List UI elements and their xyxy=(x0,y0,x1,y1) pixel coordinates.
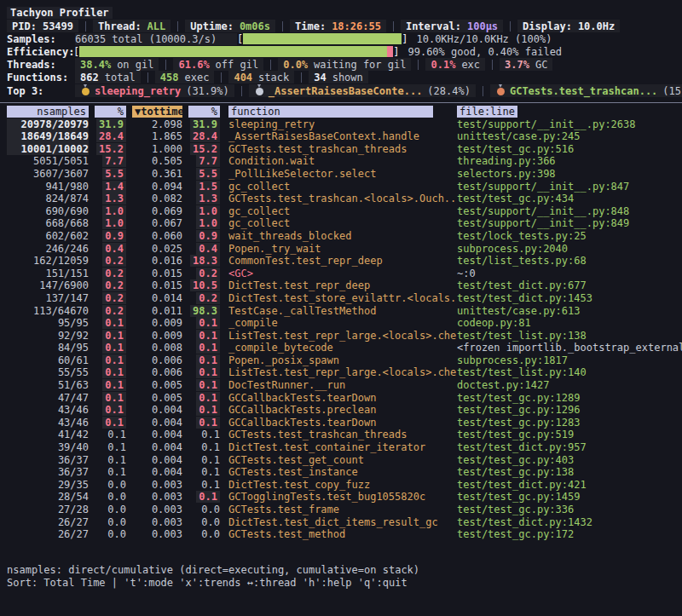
off-gil-value: 61.6% xyxy=(178,59,209,71)
table-row[interactable]: 941/9801.40.0941.5gc_collecttest/support… xyxy=(0,181,682,193)
file-line-cell: test/test_gc.py:1296 xyxy=(457,404,682,417)
nsamples-cell: 18649/18649 xyxy=(7,130,89,143)
table-row[interactable]: 29/350.00.0030.1DictTest.test_copy_fuzzt… xyxy=(0,479,682,492)
direct-pct-cell: 0.0 xyxy=(89,516,126,529)
direct-pct-cell: 0.9 xyxy=(89,230,126,243)
function-cell: _AssertRaisesBaseContext.handle xyxy=(220,130,457,143)
table-row[interactable]: 113/646700.20.01198.3TestCase._callTestM… xyxy=(0,305,682,318)
tottime-cell: 0.003 xyxy=(126,491,182,504)
top3-pct-2: (28.4%) xyxy=(427,85,471,97)
table-row[interactable]: 668/6681.00.0671.0gc_collecttest/support… xyxy=(0,217,682,230)
table-row[interactable]: 20978/2097931.92.09831.9sleeping_retryte… xyxy=(0,118,682,131)
tottime-cell: 0.004 xyxy=(126,466,182,479)
functions-stack-value: 404 xyxy=(234,72,252,83)
footer: nsamples: direct/cumulative (direct=exec… xyxy=(0,563,682,590)
pid-field: PID: 53499 xyxy=(7,20,78,32)
direct-pct-cell: 0.1 xyxy=(89,441,126,454)
function-cell: _compile xyxy=(220,317,457,330)
gc-label: GC xyxy=(535,59,547,71)
threads-label: Threads: xyxy=(7,59,75,71)
cumulative-pct-cell: 0.0 xyxy=(182,528,220,541)
file-line-cell: test/test_gc.py:172 xyxy=(457,528,682,541)
table-row[interactable]: 162/120590.20.01618.3CommonTest.test_rep… xyxy=(0,255,682,268)
function-cell: GCTests.test_trashcan.<locals>.Ouch.... xyxy=(220,193,457,205)
tottime-cell: 2.098 xyxy=(126,118,182,131)
tottime-cell: 0.004 xyxy=(126,417,182,429)
file-line-cell: test/support/__init__.py:847 xyxy=(457,181,682,193)
direct-pct-cell: 1.4 xyxy=(89,181,126,193)
gc-value: 3.7% xyxy=(505,59,529,71)
table-row[interactable]: 27/280.00.0030.0GCTests.test_frametest/t… xyxy=(0,504,682,516)
table-row[interactable]: 26/270.00.0030.0GCTests.test_methodtest/… xyxy=(0,528,682,541)
top3-item-3: GCTests.test_trashcan... (15.2%) xyxy=(490,84,682,97)
table-row[interactable]: 147/69000.20.01510.5DictTest.test_repr_d… xyxy=(0,279,682,292)
column-header-function[interactable]: function xyxy=(228,106,433,118)
divider xyxy=(221,72,222,83)
gold-medal-icon xyxy=(82,88,90,95)
tottime-cell: 0.003 xyxy=(126,528,182,541)
samples-row: Samples: 66035 total (10000.3/s) [ ] 10.… xyxy=(0,32,682,45)
functions-total-value: 862 xyxy=(80,72,99,83)
table-row[interactable]: 26/270.00.0030.0DictTest.test_dict_items… xyxy=(0,516,682,529)
thread-field[interactable]: Thread: ALL xyxy=(93,20,170,32)
table-row[interactable]: 60/610.10.0060.1Popen._posix_spawnsubpro… xyxy=(0,354,682,367)
tottime-cell: 0.014 xyxy=(126,292,182,305)
table-row[interactable]: 824/8741.30.0821.3GCTests.test_trashcan.… xyxy=(0,193,682,205)
top3-name-3: GCTests.test_trashcan... xyxy=(510,85,657,97)
column-header-nsamples[interactable]: nsamples xyxy=(7,106,89,118)
functions-row: Functions: 862 total 458 exec 404 stack … xyxy=(0,71,682,83)
table-row[interactable]: 43/460.10.0040.1GCCallbackTests.preclean… xyxy=(0,404,682,417)
column-header-direct-pct[interactable]: % xyxy=(95,106,126,118)
direct-pct-cell: 0.0 xyxy=(89,491,126,504)
direct-pct-cell: 0.1 xyxy=(89,317,126,330)
tottime-cell: 0.067 xyxy=(126,217,182,230)
table-row[interactable]: 10001/1000215.21.00015.2GCTests.test_tra… xyxy=(0,143,682,156)
nsamples-cell: 20978/20979 xyxy=(7,118,89,131)
table-row[interactable]: 602/6020.90.0600.9wait_threads_blockedte… xyxy=(0,230,682,243)
column-header-file-line[interactable]: file:line xyxy=(457,106,517,118)
table-row[interactable]: 39/400.10.0040.1DictTest.test_container_… xyxy=(0,441,682,454)
function-cell: ListTest.test_repr_large.<locals>.check xyxy=(220,366,457,379)
table-row[interactable]: 47/470.10.0050.1GCCallbackTests.tearDown… xyxy=(0,392,682,405)
file-line-cell: doctest.py:1427 xyxy=(457,379,682,392)
table-row[interactable]: 5051/50517.70.5057.7Condition.waitthread… xyxy=(0,155,682,168)
direct-pct-cell: 0.1 xyxy=(89,454,126,467)
functions-shown: 34 shown xyxy=(309,71,368,83)
table-row[interactable]: 51/630.10.0050.1DocTestRunner.__rundocte… xyxy=(0,379,682,392)
file-line-cell: test/list_tests.py:68 xyxy=(457,255,682,268)
table-row[interactable]: 246/2460.40.0250.4Popen._try_waitsubproc… xyxy=(0,243,682,256)
cumulative-pct-cell: 0.0 xyxy=(182,516,220,529)
table-row[interactable]: 151/1510.20.0150.2<GC>~:0 xyxy=(0,268,682,280)
cumulative-pct-cell: 0.1 xyxy=(182,404,220,417)
file-line-cell: unittest/case.py:245 xyxy=(457,130,682,143)
top3-item-1: sleeping_retry (31.9%) xyxy=(75,84,234,97)
tottime-cell: 0.015 xyxy=(126,268,182,280)
divider xyxy=(418,60,419,70)
file-line-cell: test/test_gc.py:1283 xyxy=(457,417,682,429)
table-row[interactable]: 43/460.10.0040.1GCCallbackTests.tearDown… xyxy=(0,417,682,429)
cumulative-pct-cell: 0.1 xyxy=(182,491,220,504)
tottime-cell: 0.003 xyxy=(126,516,182,529)
table-row[interactable]: 41/420.10.0040.1GCTests.test_trashcan_th… xyxy=(0,429,682,441)
table-row[interactable]: 18649/1864928.41.86528.4_AssertRaisesBas… xyxy=(0,130,682,143)
table-row[interactable]: 690/6901.00.0691.0gc_collecttest/support… xyxy=(0,205,682,218)
table-row[interactable]: 95/950.10.0090.1_compilecodeop.py:81 xyxy=(0,317,682,330)
table-row[interactable]: 3607/36075.50.3615.5_PollLikeSelector.se… xyxy=(0,168,682,181)
table-row[interactable]: 92/920.10.0090.1ListTest.test_repr_large… xyxy=(0,330,682,343)
interval-label: Interval: xyxy=(406,20,461,32)
table-row[interactable]: 36/370.10.0040.1GCTests.test_instancetes… xyxy=(0,466,682,479)
nsamples-cell: 26/27 xyxy=(7,516,89,529)
table-row[interactable]: 28/540.00.0030.1GCTogglingTests.test_bug… xyxy=(0,491,682,504)
table-row[interactable]: 137/1470.20.0140.2DictTest.test_store_ev… xyxy=(0,292,682,305)
column-header-tottime[interactable]: ▼tottime xyxy=(132,106,182,118)
divider xyxy=(510,21,511,32)
cumulative-pct-cell: 0.1 xyxy=(182,342,220,354)
table-row[interactable]: 36/370.10.0040.1GCTests.test_get_countte… xyxy=(0,454,682,467)
cumulative-pct-cell: 0.1 xyxy=(182,441,220,454)
top3-name-1: sleeping_retry xyxy=(95,85,181,97)
table-row[interactable]: 55/550.10.0060.1ListTest.test_repr_large… xyxy=(0,366,682,379)
column-header-cumulative-pct[interactable]: % xyxy=(188,106,220,118)
table-row[interactable]: 84/950.10.0080.1_compile_bytecode<frozen… xyxy=(0,342,682,354)
direct-pct-cell: 0.4 xyxy=(89,243,126,256)
threads-gc: 3.7% GC xyxy=(500,58,552,71)
